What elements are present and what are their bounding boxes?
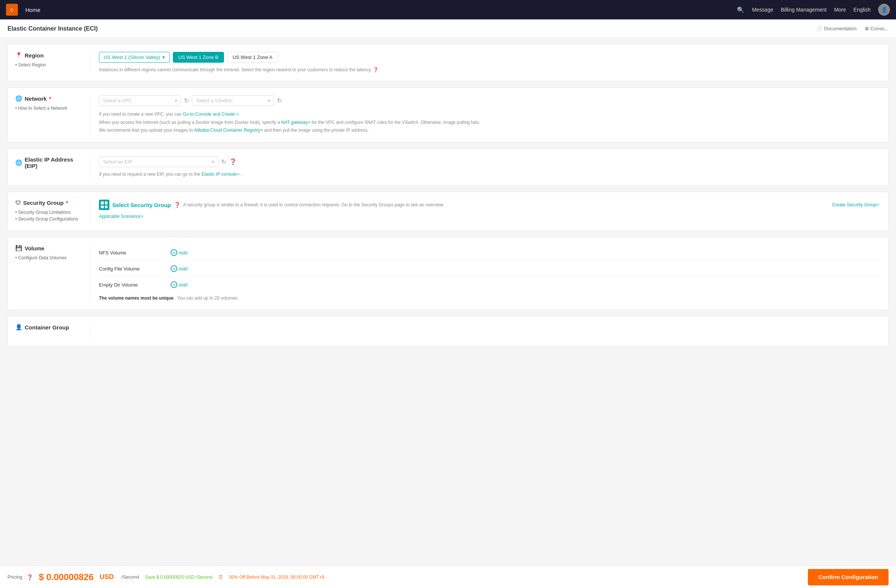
message-nav[interactable]: Message	[752, 7, 773, 13]
container-group-section: 👤 Container Group	[8, 316, 888, 346]
vswitch-chevron-icon: ▾	[268, 99, 270, 103]
empty-dir-add-button[interactable]: + Add	[171, 281, 187, 288]
header-actions: 📄 Documentation 🖥 Conso...	[817, 26, 888, 31]
eip-sidebar: 🌐 Elastic IP Address (EIP)	[8, 156, 90, 178]
select-security-group-link[interactable]: Select Security Group	[112, 202, 171, 208]
eip-title: 🌐 Elastic IP Address (EIP)	[15, 156, 82, 169]
logo-icon[interactable]: ○	[6, 4, 18, 16]
vpc-select[interactable]: Select a VPC ▾	[99, 95, 181, 106]
container-group-body	[90, 324, 888, 339]
region-help-icon[interactable]: ❓	[373, 67, 379, 72]
nfs-plus-icon: +	[171, 249, 177, 256]
vpc-refresh-icon[interactable]: ↻	[184, 97, 189, 104]
region-title: 📍 Region	[15, 52, 82, 59]
region-dropdown[interactable]: US West 1 (Silicon Valley) ▾	[99, 52, 170, 63]
region-section: 📍 Region Select Region US West 1 (Silico…	[8, 44, 888, 81]
console-link[interactable]: 🖥 Conso...	[864, 26, 888, 31]
network-info: If you need to create a new VPC, you can…	[99, 111, 879, 135]
sg-dot-2	[105, 202, 108, 204]
volume-section: 💾 Volume Configure Data Volumes NFS Volu…	[8, 237, 888, 310]
nfs-add-button[interactable]: + Add	[171, 249, 187, 256]
region-info-text: Instances in different regions cannot co…	[99, 67, 879, 73]
doc-icon: 📄	[817, 26, 823, 31]
zone-b-button[interactable]: US West 1 Zone B	[173, 52, 224, 63]
network-sidebar: 🌐 Network * How to Select a Network	[8, 95, 90, 135]
network-body: Select a VPC ▾ ↻ Select a VSwitch ▾ ↻ If…	[90, 95, 888, 135]
vswitch-refresh-icon[interactable]: ↻	[277, 97, 282, 104]
volume-title: 💾 Volume	[15, 245, 82, 251]
container-sidebar: 👤 Container Group	[8, 324, 90, 339]
location-icon: 📍	[15, 52, 23, 59]
nat-gateway-link[interactable]: NAT gateway>	[281, 120, 310, 125]
sg-dot-4	[105, 205, 108, 208]
region-body: US West 1 (Silicon Valley) ▾ US West 1 Z…	[90, 52, 888, 73]
eip-help-icon[interactable]: ❓	[229, 158, 237, 165]
security-sidebar: 🛡 Security Group * Security Group Limita…	[8, 200, 90, 223]
container-registry-link[interactable]: Alibaba Cloud Container Registry>	[194, 128, 263, 133]
config-volume-label: Config File Volume	[99, 266, 166, 272]
eip-body: Select an EIP ▾ ↻ ❓ If you need to reque…	[90, 156, 888, 178]
configure-data-volumes-link[interactable]: Configure Data Volumes	[15, 255, 82, 260]
select-region-link[interactable]: Select Region	[15, 62, 82, 68]
nfs-volume-label: NFS Volume	[99, 250, 166, 255]
security-required: *	[66, 200, 68, 206]
volume-unique-note: The volume names must be unique . You ca…	[99, 293, 879, 302]
billing-nav[interactable]: Billing Management	[781, 7, 827, 13]
sg-description: A security group is similar to a firewal…	[183, 202, 829, 207]
page-title: Elastic Container Instance (ECI)	[8, 25, 98, 32]
config-volume-row: Config File Volume + Add	[99, 261, 879, 277]
shield-icon: 🛡	[15, 200, 21, 206]
eip-row: Select an EIP ▾ ↻ ❓	[99, 156, 879, 167]
sg-grid-icon	[99, 200, 110, 210]
empty-dir-volume-row: Empty Dir Volume + Add	[99, 277, 879, 293]
search-icon[interactable]: 🔍	[737, 6, 744, 14]
volume-sidebar: 💾 Volume Configure Data Volumes	[8, 245, 90, 302]
dropdown-chevron-icon: ▾	[162, 55, 165, 60]
language-nav[interactable]: English	[853, 7, 871, 13]
sg-configurations-link[interactable]: Security Group Configurations	[15, 216, 82, 222]
sg-dot-1	[101, 202, 104, 204]
container-group-title: 👤 Container Group	[15, 324, 82, 331]
config-add-button[interactable]: + Add	[171, 265, 187, 272]
eip-section: 🌐 Elastic IP Address (EIP) Select an EIP…	[8, 149, 888, 186]
empty-dir-plus-icon: +	[171, 281, 177, 288]
eip-info: If you need to request a new EIP, you ca…	[99, 171, 879, 178]
zone-a-button[interactable]: US West 1 Zone A	[227, 52, 278, 63]
console-icon: 🖥	[864, 26, 869, 31]
eip-console-link[interactable]: Elastic IP console>	[202, 172, 240, 177]
network-selects: Select a VPC ▾ ↻ Select a VSwitch ▾ ↻	[99, 95, 879, 106]
volume-body: NFS Volume + Add Config File Volume + Ad…	[90, 245, 888, 302]
network-help-link[interactable]: How to Select a Network	[15, 106, 82, 111]
config-plus-icon: +	[171, 265, 177, 272]
volume-icon: 💾	[15, 245, 23, 251]
main-content: 📍 Region Select Region US West 1 (Silico…	[0, 38, 896, 359]
eip-icon: 🌐	[15, 159, 23, 166]
empty-dir-label: Empty Dir Volume	[99, 282, 166, 288]
go-to-console-link[interactable]: Go to Console and Create >	[183, 112, 239, 117]
top-navigation: ○ Home 🔍 Message Billing Management More…	[0, 0, 896, 20]
sg-header: Select Security Group ❓ A security group…	[99, 200, 879, 210]
container-icon: 👤	[15, 324, 23, 331]
security-title: 🛡 Security Group *	[15, 200, 82, 206]
home-link[interactable]: Home	[25, 7, 40, 13]
nfs-volume-row: NFS Volume + Add	[99, 245, 879, 261]
create-security-group-link[interactable]: Create Security Group>	[832, 202, 879, 207]
sg-help-icon[interactable]: ❓	[174, 202, 180, 208]
user-avatar[interactable]: 👤	[878, 4, 890, 16]
globe-icon: 🌐	[15, 95, 23, 102]
eip-select[interactable]: Select an EIP ▾	[99, 156, 218, 167]
sg-dot-3	[101, 205, 104, 208]
region-sidebar: 📍 Region Select Region	[8, 52, 90, 73]
applicable-scenarios-link[interactable]: Applicable Scenarios>	[99, 214, 143, 219]
vswitch-select[interactable]: Select a VSwitch ▾	[192, 95, 274, 106]
eip-refresh-icon[interactable]: ↻	[221, 158, 226, 165]
security-group-section: 🛡 Security Group * Security Group Limita…	[8, 192, 888, 231]
eip-chevron-icon: ▾	[212, 159, 214, 164]
security-body: Select Security Group ❓ A security group…	[90, 200, 888, 223]
region-zones: US West 1 (Silicon Valley) ▾ US West 1 Z…	[99, 52, 879, 63]
documentation-link[interactable]: 📄 Documentation	[817, 26, 856, 31]
sg-limitations-link[interactable]: Security Group Limitations	[15, 210, 82, 215]
vpc-chevron-icon: ▾	[175, 99, 177, 103]
more-nav[interactable]: More	[834, 7, 846, 13]
page-header: Elastic Container Instance (ECI) 📄 Docum…	[0, 20, 896, 38]
